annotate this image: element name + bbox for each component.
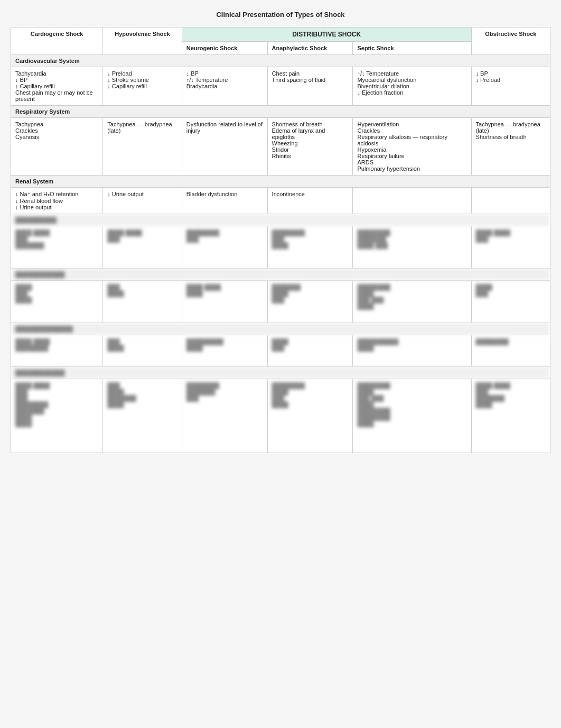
resp-neurogenic: Dysfunction related to level of injury — [182, 118, 267, 176]
respiratory-label: Respiratory System — [11, 106, 550, 118]
renal-cardiogenic: ↓ Na⁺ and H₂O retention ↓ Renal blood fl… — [11, 188, 103, 214]
renal-section-header: Renal System — [11, 176, 550, 188]
header-anaphylactic: Anaphylactic Shock — [267, 42, 353, 55]
cv-cardiogenic: Tachycardia ↓ BP ↓ Capillary refill Ches… — [11, 67, 103, 106]
cv-hypovolemic: ↓ Preload ↓ Stroke volume ↓ Capillary re… — [103, 67, 182, 106]
resp-obstructive: Tachypnea — bradypnea (late) Shortness o… — [471, 118, 550, 176]
blurred-section7-header: ████████████ — [11, 367, 550, 379]
page-title: Clinical Presentation of Types of Shock — [11, 11, 550, 19]
blurred-row7: ████ █████████████████████████████████ █… — [11, 379, 550, 453]
blurred-row5: ███████████ ███████ ████ ████████ ██████… — [11, 281, 550, 323]
blurred-section4-header: ██████████ — [11, 214, 550, 226]
header-hypovolemic: Hypovolemic Shock — [103, 27, 182, 55]
cardiovascular-row: Tachycardia ↓ BP ↓ Capillary refill Ches… — [11, 67, 550, 106]
header-cardiogenic: Cardiogenic Shock — [11, 27, 103, 55]
header-distributive: DISTRIBUTIVE SHOCK — [182, 27, 471, 42]
renal-obstructive — [471, 188, 550, 214]
renal-septic — [353, 188, 471, 214]
header-obstructive: Obstructive Shock — [471, 27, 550, 55]
cv-septic: ↑/↓ Temperature Myocardial dysfunction B… — [353, 67, 471, 106]
respiratory-section-header: Respiratory System — [11, 106, 550, 118]
cardiovascular-section-header: Cardiovascular System — [11, 55, 550, 67]
header-septic: Septic Shock — [353, 42, 471, 55]
cv-anaphylactic: Chest pain Third spacing of fluid — [267, 67, 353, 106]
blurred-section6-header: ██████████████ — [11, 323, 550, 335]
resp-hypovolemic: Tachypnea — bradypnea (late) — [103, 118, 182, 176]
resp-septic: Hyperventilation Crackles Respiratory al… — [353, 118, 471, 176]
resp-anaphylactic: Shortness of breath Edema of larynx and … — [267, 118, 353, 176]
blurred-row4: ████ ██████████████ ████ ███████ ███████… — [11, 226, 550, 269]
respiratory-row: Tachypnea Crackles Cyanosis Tachypnea — … — [11, 118, 550, 176]
blurred-row6: ████ ████████████ ███████ █████████████ … — [11, 335, 550, 367]
renal-anaphylactic: Incontinence — [267, 188, 353, 214]
main-table: Cardiogenic Shock Hypovolemic Shock DIST… — [11, 27, 550, 453]
resp-cardiogenic: Tachypnea Crackles Cyanosis — [11, 118, 103, 176]
header-neurogenic: Neurogenic Shock — [182, 42, 267, 55]
cardiovascular-label: Cardiovascular System — [11, 55, 550, 67]
renal-neurogenic: Bladder dysfunction — [182, 188, 267, 214]
cv-neurogenic: ↓ BP ↑/↓ Temperature Bradycardia — [182, 67, 267, 106]
blurred-section5-header: ████████████ — [11, 269, 550, 281]
renal-label: Renal System — [11, 176, 550, 188]
cv-obstructive: ↓ BP ↓ Preload — [471, 67, 550, 106]
renal-hypovolemic: ↓ Urine output — [103, 188, 182, 214]
renal-row: ↓ Na⁺ and H₂O retention ↓ Renal blood fl… — [11, 188, 550, 214]
